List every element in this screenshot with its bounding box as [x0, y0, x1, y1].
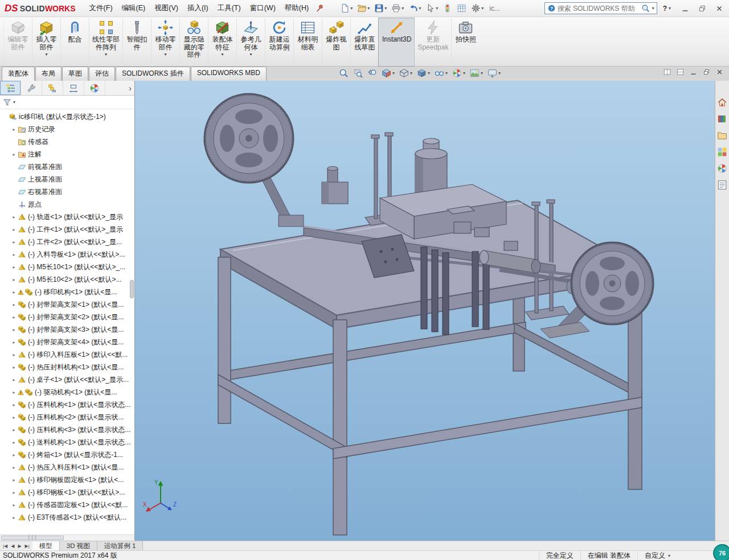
menu-item[interactable]: 窗口(W) — [245, 0, 280, 17]
document-tab[interactable]: 3D 视图 — [60, 541, 97, 550]
close-button[interactable] — [711, 2, 728, 15]
graphics-viewport[interactable]: Y X Z — [135, 81, 715, 541]
tree-item[interactable]: ▸ 原点 — [0, 198, 134, 211]
ribbon-button[interactable]: 插入零 部件 ▾ — [32, 18, 60, 66]
menu-item[interactable]: 视图(V) — [150, 0, 183, 17]
expand-arrow-icon[interactable]: ▸ — [10, 252, 18, 257]
design-library-button[interactable] — [716, 113, 728, 125]
tree-item[interactable]: ▸ (-) 移印钢板<1> (默认<<默认>... — [0, 486, 134, 499]
ribbon-button[interactable]: 拍快照 ▾ — [451, 18, 480, 66]
file-explorer-button[interactable] — [716, 130, 728, 141]
tree-item[interactable]: ▸ (-) 压料机构<3> (默认<显示状态... — [0, 423, 134, 436]
tree-item[interactable]: ▸ (-) 封带架高支架<1> (默认<显... — [0, 298, 134, 311]
section-view-button[interactable]: ▾ — [382, 68, 395, 78]
apply-scene-button[interactable]: ▾ — [470, 68, 483, 78]
document-tab[interactable]: 模型 — [32, 541, 60, 550]
expand-arrow-icon[interactable]: ▸ — [10, 152, 18, 157]
expand-arrow-icon[interactable]: ▸ — [10, 365, 18, 370]
minimize-button[interactable] — [677, 2, 694, 15]
film-reel-left[interactable] — [204, 94, 304, 227]
ribbon-button[interactable]: 装配体 特征 ▾ — [208, 18, 236, 66]
expand-arrow-icon[interactable]: ▸ — [10, 215, 18, 220]
tree-item[interactable]: ▸ ic移印机 (默认<显示状态-1>) — [0, 110, 134, 123]
view-palette-button[interactable] — [716, 146, 728, 158]
custom-properties-button[interactable] — [716, 179, 728, 191]
ribbon-tab[interactable]: 布局 — [35, 67, 62, 81]
pin-icon[interactable] — [316, 4, 324, 13]
tree-item[interactable]: ▸ 传感器 — [0, 135, 134, 148]
tree-item[interactable]: ▸ (-) 压料机构<2> (默认<显示状... — [0, 411, 134, 423]
tree-item[interactable]: ▸ 前视基准面 — [0, 160, 134, 173]
view-orientation-button[interactable]: ▾ — [399, 68, 412, 78]
ribbon-tab[interactable]: SOLIDWORKS 插件 — [116, 67, 190, 81]
tree-item[interactable]: ▸ (-) 封带架高支架<3> (默认<显... — [0, 323, 134, 336]
minimize-doc-button[interactable] — [690, 68, 697, 76]
resources-home-button[interactable] — [716, 97, 728, 108]
expand-arrow-icon[interactable]: ▸ — [10, 452, 18, 458]
previous-view-button[interactable]: ▾ — [367, 68, 377, 78]
menu-item[interactable]: 工具(T) — [213, 0, 245, 17]
expand-arrow-icon[interactable]: ▸ — [10, 427, 18, 433]
rebuild-button[interactable]: ▾ — [440, 2, 454, 15]
ribbon-button[interactable]: 新建运 动算例 ▾ — [265, 18, 293, 66]
hide-show-items-button[interactable]: ▾ — [435, 68, 448, 78]
expand-arrow-icon[interactable]: ▸ — [10, 352, 18, 357]
expand-arrow-icon[interactable]: ▸ — [10, 315, 18, 320]
menu-item[interactable]: 编辑(E) — [117, 0, 150, 17]
undo-button[interactable]: ▾ — [406, 2, 423, 15]
expand-arrow-icon[interactable]: ▸ — [10, 490, 18, 495]
close-doc-button[interactable] — [716, 68, 723, 76]
tab-scroll-button[interactable]: ▶| — [24, 543, 31, 549]
tab-scroll-button[interactable]: ◀ — [10, 543, 15, 549]
document-tab[interactable]: 运动算例 1 — [97, 541, 144, 550]
ribbon-button[interactable]: 线性零部 件阵列 ▾ — [89, 18, 122, 66]
menu-item[interactable]: 文件(F) — [85, 0, 117, 17]
assembly-3d-model[interactable] — [135, 81, 715, 541]
search-box[interactable]: ? ▾ — [544, 2, 657, 14]
expand-arrow-icon[interactable]: ▸ — [10, 390, 18, 395]
tree-item[interactable]: ▸ (-) 轨道<1> (默认<<默认>_显示 — [0, 211, 134, 223]
ribbon-button[interactable]: 参考几 何体 ▾ — [236, 18, 265, 66]
search-input[interactable] — [558, 5, 640, 13]
expand-arrow-icon[interactable]: ▸ — [10, 277, 18, 282]
expand-arrow-icon[interactable]: ▸ — [10, 377, 18, 382]
ribbon-button[interactable]: 移动零 部件 ▾ — [151, 18, 179, 66]
ribbon-button[interactable]: 爆炸视 图 ▾ — [322, 18, 350, 66]
scrollbar-thumb[interactable]: ||| — [1, 536, 64, 540]
tree-item[interactable]: ▸ (-) 封带架高支架<2> (默认<显... — [0, 311, 134, 323]
ribbon-button[interactable]: 配合 ▾ — [60, 18, 89, 66]
expand-arrow-icon[interactable]: ▸ — [10, 340, 18, 345]
tree-item[interactable]: ▸ (-) 移印钢板固定板<1> (默认<... — [0, 473, 134, 486]
ribbon-button[interactable]: 材料明 细表 ▾ — [293, 18, 322, 66]
notification-badge[interactable]: 76 — [713, 544, 729, 560]
appearances-scenes-button[interactable] — [716, 163, 728, 174]
tree-item[interactable]: ▸ (-) 工件<2> (默认<<默认>_显... — [0, 236, 134, 248]
tree-item[interactable]: ▸ (-) 移印机构<1> (默认<显... — [0, 286, 134, 298]
tree-item[interactable]: ▸ (-) 压料机构<1> (默认<显示状态... — [0, 398, 134, 411]
zoom-fit-button[interactable]: ▾ — [339, 68, 349, 78]
tree-item[interactable]: ▸ 上视基准面 — [0, 173, 134, 186]
expand-arrow-icon[interactable]: ▸ — [10, 127, 18, 132]
expand-arrow-icon[interactable]: ▸ — [10, 302, 18, 307]
select-button[interactable]: ▾ — [423, 2, 440, 15]
edit-appearance-button[interactable]: ▾ — [452, 68, 465, 78]
expand-arrow-icon[interactable]: ▸ — [10, 290, 18, 295]
ribbon-button[interactable]: Instant3D ▾ — [379, 18, 414, 66]
expand-arrow-icon[interactable]: ▸ — [10, 440, 18, 445]
tree-item[interactable]: ▸ A 注解 — [0, 148, 134, 160]
tree-item[interactable]: ▸ (-) E3T传感器<1> (默认<<默认... — [0, 511, 134, 524]
ribbon-button[interactable]: 更新 Speedpak ▾ — [414, 18, 451, 66]
tree-item[interactable]: ▸ (-) 桌子<1> (默认<<默认>_显示... — [0, 373, 134, 386]
expand-arrow-icon[interactable]: ▸ — [10, 265, 18, 270]
ribbon-tab[interactable]: 装配体 — [2, 67, 35, 81]
dimxpertmanager-button[interactable] — [63, 81, 84, 95]
ribbon-button[interactable]: 显示隐 藏的零 部件 ▾ — [179, 18, 208, 66]
options-grid-button[interactable]: ▾ — [454, 2, 469, 15]
expand-arrow-icon[interactable]: ▸ — [10, 503, 18, 508]
restore-doc-button[interactable] — [703, 68, 710, 76]
search-icon[interactable] — [641, 4, 650, 13]
save-button[interactable]: ▾ — [372, 2, 389, 15]
expand-arrow-icon[interactable]: ▸ — [10, 415, 18, 420]
options-button[interactable]: ▾ — [469, 2, 486, 15]
tree-item[interactable]: ▸ (-) 入料导板<1> (默认<<默认>... — [0, 248, 134, 261]
